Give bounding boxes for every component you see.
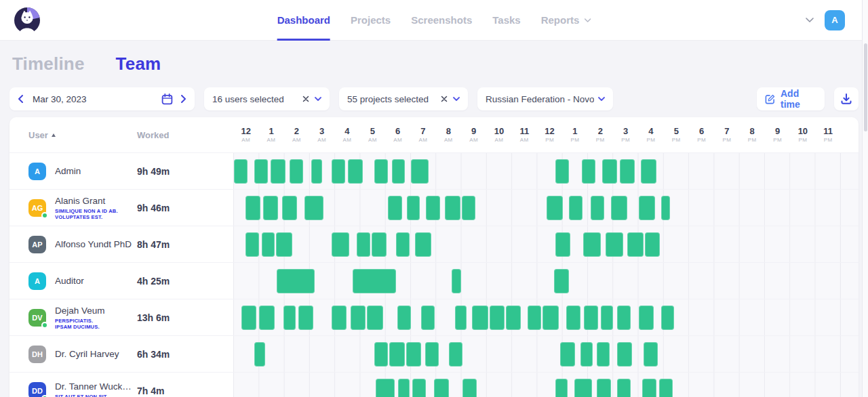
time-segment[interactable] (490, 306, 505, 330)
time-segment[interactable] (602, 159, 617, 184)
nav-item-reports[interactable]: Reports (541, 0, 591, 41)
chevron-down-icon[interactable] (598, 97, 605, 101)
time-segment[interactable] (271, 159, 285, 184)
time-segment[interactable] (392, 159, 405, 184)
time-segment[interactable] (506, 306, 521, 330)
time-segment[interactable] (412, 379, 426, 397)
time-segment[interactable] (472, 306, 488, 330)
user-name[interactable]: Dr. Cyril Harvey (55, 349, 119, 359)
time-segment[interactable] (645, 232, 660, 257)
user-column-header[interactable]: User (28, 130, 137, 140)
user-menu-chevron-icon[interactable] (806, 18, 814, 22)
time-segment[interactable] (644, 342, 657, 367)
time-segment[interactable] (282, 196, 297, 220)
time-segment[interactable] (639, 196, 655, 220)
time-segment[interactable] (421, 306, 435, 330)
time-segment[interactable] (353, 269, 395, 293)
timeline-track[interactable] (233, 299, 841, 335)
user-name[interactable]: Admin (55, 166, 81, 176)
time-segment[interactable] (445, 196, 460, 220)
nav-item-tasks[interactable]: Tasks (492, 0, 520, 41)
time-segment[interactable] (617, 342, 632, 367)
time-segment[interactable] (298, 306, 313, 330)
time-segment[interactable] (547, 196, 563, 220)
time-segment[interactable] (425, 342, 439, 367)
time-segment[interactable] (583, 232, 601, 257)
timeline-track[interactable] (233, 226, 841, 262)
date-picker[interactable]: Mar 30, 2023 (9, 87, 195, 110)
user-name[interactable]: Dejah Veum (55, 306, 105, 316)
time-segment[interactable] (262, 232, 275, 257)
timeline-track[interactable] (233, 263, 841, 299)
time-segment[interactable] (415, 232, 431, 257)
time-segment[interactable] (617, 379, 631, 397)
time-segment[interactable] (582, 159, 595, 184)
chevron-down-icon[interactable] (453, 97, 460, 101)
time-segment[interactable] (277, 269, 315, 293)
time-segment[interactable] (398, 379, 410, 397)
scrollbar-thumb[interactable] (864, 43, 867, 131)
time-segment[interactable] (389, 342, 404, 367)
time-segment[interactable] (620, 159, 635, 184)
time-segment[interactable] (659, 379, 673, 397)
user-name[interactable]: Dr. Tanner Wuckert DD... (55, 381, 135, 392)
tab-team[interactable]: Team (116, 54, 161, 75)
time-segment[interactable] (452, 269, 462, 293)
time-segment[interactable] (455, 306, 467, 330)
time-segment[interactable] (661, 196, 670, 220)
nav-item-dashboard[interactable]: Dashboard (277, 0, 330, 41)
time-segment[interactable] (641, 159, 656, 184)
prev-day-icon[interactable] (18, 95, 23, 103)
time-segment[interactable] (591, 196, 604, 220)
time-segment[interactable] (283, 306, 296, 330)
time-segment[interactable] (234, 159, 248, 184)
time-segment[interactable] (555, 232, 570, 257)
time-segment[interactable] (332, 159, 345, 184)
time-segment[interactable] (259, 306, 274, 330)
time-segment[interactable] (374, 342, 388, 367)
time-segment[interactable] (332, 232, 349, 257)
time-segment[interactable] (639, 306, 654, 330)
user-name[interactable]: Alfonso Yundt PhD (55, 239, 132, 249)
time-segment[interactable] (254, 159, 268, 184)
app-logo[interactable] (14, 7, 41, 34)
time-segment[interactable] (555, 379, 568, 397)
time-segment[interactable] (569, 196, 583, 220)
time-segment[interactable] (566, 306, 580, 330)
time-segment[interactable] (245, 232, 259, 257)
time-segment[interactable] (374, 159, 388, 184)
projects-select[interactable]: 55 projects selected (339, 87, 468, 110)
time-segment[interactable] (426, 196, 439, 220)
date-value[interactable]: Mar 30, 2023 (33, 94, 161, 104)
time-segment[interactable] (627, 232, 644, 257)
time-segment[interactable] (661, 306, 674, 330)
user-name[interactable]: Alanis Grant (55, 196, 118, 206)
time-segment[interactable] (606, 232, 623, 257)
nav-item-screenshots[interactable]: Screenshots (411, 0, 472, 41)
time-segment[interactable] (584, 306, 597, 330)
time-segment[interactable] (406, 342, 421, 367)
clear-users-icon[interactable] (302, 96, 309, 102)
timezone-select[interactable]: Russian Federation - Novosib ... (477, 87, 613, 110)
chevron-down-icon[interactable] (315, 97, 321, 101)
timeline-track[interactable] (233, 373, 841, 397)
time-segment[interactable] (348, 159, 363, 184)
clear-projects-icon[interactable] (441, 96, 448, 102)
time-segment[interactable] (290, 159, 303, 184)
time-segment[interactable] (597, 379, 610, 397)
time-segment[interactable] (611, 196, 627, 220)
time-segment[interactable] (376, 379, 395, 397)
time-segment[interactable] (351, 306, 366, 330)
time-segment[interactable] (574, 379, 592, 397)
download-button[interactable] (834, 87, 859, 110)
time-segment[interactable] (617, 306, 631, 330)
time-segment[interactable] (555, 159, 569, 184)
timeline-track[interactable] (233, 153, 841, 189)
time-segment[interactable] (560, 342, 575, 367)
time-segment[interactable] (388, 196, 401, 220)
time-segment[interactable] (642, 379, 656, 397)
time-segment[interactable] (434, 379, 449, 397)
time-segment[interactable] (304, 196, 323, 220)
time-segment[interactable] (597, 342, 610, 367)
time-segment[interactable] (332, 306, 347, 330)
